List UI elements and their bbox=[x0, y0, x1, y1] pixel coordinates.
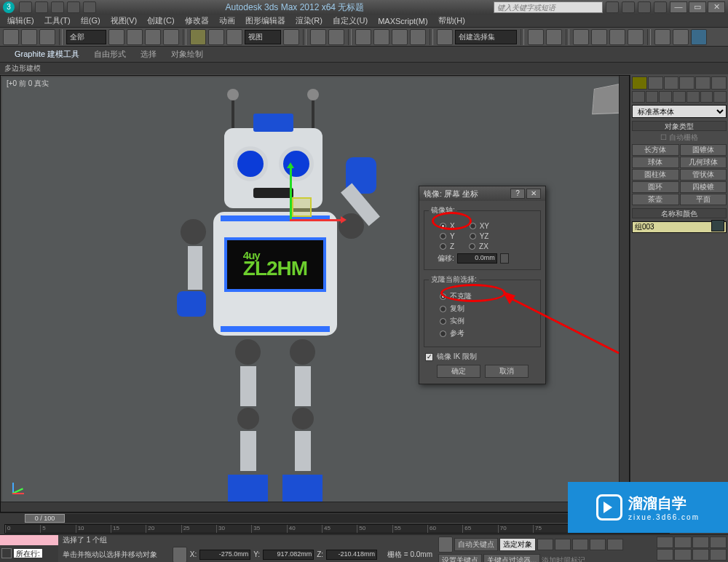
material-editor-icon[interactable] bbox=[628, 29, 644, 45]
help-icon[interactable] bbox=[654, 1, 667, 13]
viewport-label[interactable]: [+0 前 0 真实 bbox=[7, 79, 49, 89]
offset-spinner[interactable]: 0.0mm bbox=[457, 253, 497, 264]
axis-y-radio[interactable]: Y bbox=[440, 232, 455, 240]
category-dropdown[interactable]: 标准基本体 bbox=[632, 105, 727, 118]
clone-none-radio[interactable]: 不克隆 bbox=[440, 291, 472, 301]
selection-filter-dropdown[interactable]: 全部 bbox=[66, 30, 106, 44]
layers-icon[interactable] bbox=[573, 29, 589, 45]
display-tab-icon[interactable] bbox=[695, 76, 711, 90]
ok-button[interactable]: 确定 bbox=[437, 365, 480, 378]
clone-reference-radio[interactable]: 参考 bbox=[440, 328, 464, 339]
menu-modifiers[interactable]: 修改器 bbox=[181, 15, 213, 26]
lights-category-icon[interactable] bbox=[659, 91, 672, 103]
viewcube[interactable] bbox=[592, 84, 622, 114]
goto-start-icon[interactable] bbox=[537, 539, 553, 550]
select-object-icon[interactable] bbox=[108, 29, 124, 45]
prim-teapot-button[interactable]: 茶壶 bbox=[632, 194, 679, 205]
prim-cylinder-button[interactable]: 圆柱体 bbox=[632, 169, 679, 181]
schematic-view-icon[interactable] bbox=[609, 29, 625, 45]
ribbon-tab-selection[interactable]: 选择 bbox=[141, 49, 157, 60]
axis-yz-radio[interactable]: YZ bbox=[470, 232, 489, 240]
qat-more-icon[interactable] bbox=[83, 1, 96, 13]
prim-geosphere-button[interactable]: 几何球体 bbox=[680, 157, 727, 168]
fov-icon[interactable] bbox=[657, 549, 673, 561]
shapes-category-icon[interactable] bbox=[646, 91, 659, 103]
zoom-extents-icon[interactable] bbox=[692, 537, 709, 548]
qat-undo-icon[interactable] bbox=[51, 1, 64, 13]
axis-zx-radio[interactable]: ZX bbox=[469, 242, 488, 250]
close-button[interactable]: ✕ bbox=[708, 1, 725, 13]
zoom-extents-all-icon[interactable] bbox=[710, 537, 727, 548]
set-key-icon[interactable] bbox=[438, 537, 453, 553]
comm-center-icon[interactable] bbox=[622, 1, 635, 13]
mirror-icon[interactable] bbox=[528, 29, 544, 45]
rollout-namecolor[interactable]: 名称和颜色 bbox=[632, 208, 727, 218]
prim-sphere-button[interactable]: 球体 bbox=[632, 157, 679, 168]
menu-create[interactable]: 创建(C) bbox=[143, 15, 178, 26]
named-selection-edit-icon[interactable] bbox=[437, 29, 453, 45]
maximize-button[interactable]: ▭ bbox=[689, 1, 706, 13]
cameras-category-icon[interactable] bbox=[673, 91, 686, 103]
prev-frame-icon[interactable] bbox=[555, 539, 571, 550]
qat-open-icon[interactable] bbox=[19, 1, 32, 13]
manipulate-icon[interactable] bbox=[310, 29, 326, 45]
bind-spacewarp-icon[interactable] bbox=[39, 29, 55, 45]
autokey-button[interactable]: 自动关键点 bbox=[454, 538, 498, 551]
named-selection-dropdown[interactable]: 创建选择集 bbox=[455, 30, 517, 44]
axis-xy-radio[interactable]: XY bbox=[470, 222, 489, 230]
qat-redo-icon[interactable] bbox=[67, 1, 80, 13]
align-icon[interactable] bbox=[546, 29, 562, 45]
link-icon[interactable] bbox=[3, 29, 19, 45]
menu-edit[interactable]: 编辑(E) bbox=[3, 15, 39, 26]
help-search-input[interactable] bbox=[494, 1, 603, 13]
ribbon-tab-paint[interactable]: 对象绘制 bbox=[171, 49, 203, 60]
add-time-tag[interactable]: 添加时间标记 bbox=[542, 555, 585, 562]
minimize-button[interactable]: — bbox=[670, 1, 687, 13]
next-frame-icon[interactable] bbox=[590, 539, 606, 550]
rollout-objtype[interactable]: 对象类型 bbox=[632, 121, 727, 131]
ribbon-tab-graphite[interactable]: Graphite 建模工具 bbox=[15, 49, 79, 60]
select-name-icon[interactable] bbox=[127, 29, 143, 45]
mirror-ik-checkbox[interactable]: ✓镜像 IK 限制 bbox=[425, 352, 539, 362]
prim-tube-button[interactable]: 管状体 bbox=[680, 169, 727, 181]
object-color-swatch[interactable] bbox=[711, 220, 724, 231]
selected-dropdown[interactable]: 选定对象 bbox=[499, 538, 536, 551]
menu-maxscript[interactable]: MAXScript(M) bbox=[373, 17, 432, 25]
maxscript-mini-listener[interactable] bbox=[0, 535, 58, 545]
dialog-help-button[interactable]: ? bbox=[510, 189, 525, 199]
clone-copy-radio[interactable]: 复制 bbox=[440, 304, 464, 314]
search-icon[interactable] bbox=[606, 1, 619, 13]
spinner-buttons[interactable] bbox=[500, 253, 509, 264]
select-region-icon[interactable] bbox=[145, 29, 161, 45]
coord-y-input[interactable]: 917.082mm bbox=[263, 550, 314, 560]
abs-rel-toggle-icon[interactable] bbox=[173, 547, 187, 563]
orbit-icon[interactable] bbox=[692, 549, 709, 561]
menu-grapheditors[interactable]: 图形编辑器 bbox=[241, 15, 290, 26]
utilities-tab-icon[interactable] bbox=[711, 76, 727, 90]
create-tab-icon[interactable] bbox=[632, 76, 647, 90]
play-icon[interactable] bbox=[572, 539, 588, 550]
prim-box-button[interactable]: 长方体 bbox=[632, 144, 679, 156]
viewport-scrollbar-h[interactable] bbox=[1, 502, 619, 512]
clone-instance-radio[interactable]: 实例 bbox=[440, 316, 464, 326]
menu-group[interactable]: 组(G) bbox=[76, 15, 105, 26]
hierarchy-tab-icon[interactable] bbox=[664, 76, 679, 90]
axis-z-radio[interactable]: Z bbox=[440, 242, 454, 250]
unlink-icon[interactable] bbox=[21, 29, 37, 45]
ref-coord-dropdown[interactable]: 视图 bbox=[245, 30, 281, 44]
menu-customize[interactable]: 自定义(U) bbox=[328, 15, 372, 26]
dialog-close-button[interactable]: ✕ bbox=[526, 189, 541, 199]
prim-plane-button[interactable]: 平面 bbox=[680, 194, 727, 205]
coord-z-input[interactable]: -210.418mm bbox=[326, 550, 377, 560]
goto-end-icon[interactable] bbox=[607, 539, 623, 550]
motion-tab-icon[interactable] bbox=[679, 76, 695, 90]
window-crossing-icon[interactable] bbox=[163, 29, 179, 45]
rendered-frame-icon[interactable] bbox=[673, 29, 689, 45]
keyfilters-button[interactable]: 关键点过滤器... bbox=[483, 554, 540, 562]
curve-editor-icon[interactable] bbox=[591, 29, 607, 45]
snap-toggle-icon[interactable] bbox=[355, 29, 371, 45]
qat-save-icon[interactable] bbox=[35, 1, 48, 13]
time-slider-thumb[interactable]: 0 / 100 bbox=[25, 514, 65, 523]
geometry-category-icon[interactable] bbox=[632, 91, 645, 103]
menu-animation[interactable]: 动画 bbox=[215, 15, 240, 26]
